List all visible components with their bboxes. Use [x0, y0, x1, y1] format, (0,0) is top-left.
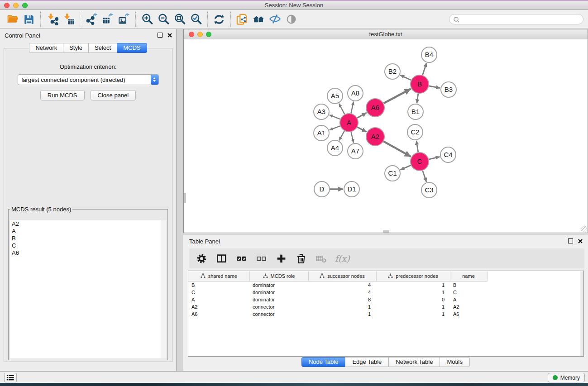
- delete-table-button[interactable]: [314, 252, 328, 265]
- graph-edge-C-C3[interactable]: [423, 171, 426, 182]
- graph-edge-B-B4[interactable]: [423, 63, 427, 75]
- graph-node-D1[interactable]: D1: [344, 181, 359, 197]
- graph-node-A3[interactable]: A3: [314, 104, 329, 119]
- export-image-button[interactable]: [116, 12, 132, 27]
- resize-grip[interactable]: [581, 226, 587, 232]
- graph-node-A5[interactable]: A5: [327, 88, 343, 104]
- minimize-network-view-button[interactable]: [197, 32, 203, 37]
- tab-select[interactable]: Select: [88, 43, 117, 53]
- column-header-name[interactable]: name: [450, 271, 487, 281]
- graph-node-C[interactable]: C: [411, 152, 429, 171]
- graph-node-B4[interactable]: B4: [421, 47, 437, 62]
- graph-node-A6[interactable]: A6: [366, 99, 384, 117]
- task-history-button[interactable]: [4, 373, 17, 382]
- mcds-result-item[interactable]: C: [10, 242, 162, 249]
- delete-column-button[interactable]: [294, 252, 308, 265]
- graph-edge-B-B3[interactable]: [429, 86, 440, 88]
- function-builder-button[interactable]: f(x): [335, 253, 350, 263]
- canvas-vertical-scroll-thumb[interactable]: [184, 193, 186, 203]
- graph-edge-A-A4[interactable]: [339, 131, 344, 140]
- tab-network-table[interactable]: Network Table: [388, 357, 440, 367]
- graph-edge-B-B1[interactable]: [417, 94, 418, 103]
- table-row[interactable]: A2connector11A2: [188, 303, 583, 310]
- zoom-in-button[interactable]: [139, 12, 155, 27]
- zoom-network-view-button[interactable]: [206, 32, 211, 37]
- graph-edge-C-C4[interactable]: [429, 157, 440, 159]
- graph-edge-A6-B[interactable]: [384, 89, 411, 103]
- graph-node-B[interactable]: B: [411, 75, 429, 93]
- table-row[interactable]: Cdominator41C: [188, 289, 583, 296]
- table-scrollbar[interactable]: [580, 271, 583, 356]
- graph-edge-C-C1[interactable]: [400, 165, 411, 170]
- mcds-result-item[interactable]: B: [10, 235, 162, 242]
- table-settings-button[interactable]: [195, 252, 208, 265]
- zoom-fit-button[interactable]: [172, 12, 188, 27]
- graph-edge-A-A7[interactable]: [351, 132, 354, 143]
- graph-node-A7[interactable]: A7: [348, 143, 363, 159]
- criterion-select[interactable]: largest connected component (directed): [18, 74, 159, 85]
- minimize-window-button[interactable]: [13, 3, 19, 8]
- add-column-button[interactable]: [274, 252, 288, 265]
- table-row[interactable]: Bdominator41B: [188, 281, 583, 289]
- canvas-horizontal-scroll-thumb[interactable]: [383, 230, 389, 233]
- float-table-panel-button[interactable]: [568, 238, 573, 243]
- search-input[interactable]: [461, 16, 583, 23]
- float-control-panel-button[interactable]: [158, 33, 163, 38]
- zoom-out-button[interactable]: [155, 12, 172, 27]
- tab-motifs[interactable]: Motifs: [440, 357, 470, 367]
- close-control-panel-button[interactable]: [167, 33, 172, 38]
- graph-edge-A-A2[interactable]: [358, 127, 367, 132]
- show-view-button[interactable]: [283, 12, 299, 27]
- column-browser-button[interactable]: [215, 252, 228, 265]
- import-network-button[interactable]: [44, 12, 60, 27]
- deselect-all-button[interactable]: [254, 252, 268, 265]
- hide-view-button[interactable]: [267, 12, 283, 27]
- table-row[interactable]: A6connector11A6: [188, 310, 583, 318]
- zoom-window-button[interactable]: [22, 3, 28, 8]
- close-table-panel-button[interactable]: [578, 239, 583, 243]
- tab-mcds[interactable]: MCDS: [117, 43, 147, 53]
- refresh-layout-button[interactable]: [211, 12, 227, 27]
- graph-node-A4[interactable]: A4: [327, 140, 343, 156]
- tab-node-table[interactable]: Node Table: [301, 357, 346, 367]
- run-mcds-button[interactable]: Run MCDS: [40, 90, 85, 100]
- result-list-scrollbar[interactable]: [162, 220, 166, 358]
- graph-edge-A-A1[interactable]: [330, 126, 340, 130]
- zoom-selected-button[interactable]: [188, 12, 204, 27]
- graph-edge-A-A5[interactable]: [339, 104, 344, 114]
- graph-node-B1[interactable]: B1: [408, 104, 423, 119]
- close-panel-button[interactable]: Close panel: [91, 90, 136, 100]
- mcds-result-item[interactable]: A: [10, 228, 162, 235]
- select-all-button[interactable]: [234, 252, 248, 265]
- import-table-button[interactable]: [60, 12, 76, 27]
- network-canvas[interactable]: B4B2BB3A5A8A6B1A3AC2A1A2A4A7C4CC1C3DD1: [184, 39, 588, 233]
- tab-edge-table[interactable]: Edge Table: [345, 357, 389, 367]
- network-window-titlebar[interactable]: testGlobe.txt: [184, 29, 588, 40]
- graph-node-A[interactable]: A: [340, 114, 358, 132]
- show-all-views-button[interactable]: [250, 12, 267, 27]
- graph-edge-B-B2[interactable]: [400, 75, 411, 80]
- column-header-successor-nodes[interactable]: successor nodes: [308, 271, 376, 281]
- graph-edge-A2-C[interactable]: [383, 141, 411, 157]
- graph-node-C2[interactable]: C2: [407, 124, 423, 140]
- column-header-mcds-role[interactable]: MCDS role: [249, 271, 308, 281]
- tab-style[interactable]: Style: [63, 43, 89, 53]
- memory-button[interactable]: Memory: [548, 373, 585, 382]
- graph-edge-C-C2[interactable]: [416, 141, 418, 152]
- graph-node-A8[interactable]: A8: [348, 86, 363, 101]
- close-network-view-button[interactable]: [189, 32, 194, 37]
- graph-node-D[interactable]: D: [314, 181, 330, 197]
- graph-edge-A-A8[interactable]: [351, 102, 354, 114]
- export-table-button[interactable]: [100, 12, 116, 27]
- column-header-shared-name[interactable]: shared name: [188, 271, 249, 281]
- close-window-button[interactable]: [4, 3, 10, 8]
- graph-node-C4[interactable]: C4: [440, 147, 456, 162]
- graph-node-C3[interactable]: C3: [421, 182, 437, 198]
- search-box[interactable]: [449, 14, 583, 24]
- mcds-result-item[interactable]: A2: [10, 220, 162, 228]
- save-session-button[interactable]: [21, 12, 37, 27]
- graph-node-A2[interactable]: A2: [366, 128, 384, 146]
- table-row[interactable]: Adominator80A: [188, 296, 583, 303]
- graph-edge-A-A6[interactable]: [357, 113, 367, 118]
- mcds-result-item[interactable]: A6: [10, 249, 162, 257]
